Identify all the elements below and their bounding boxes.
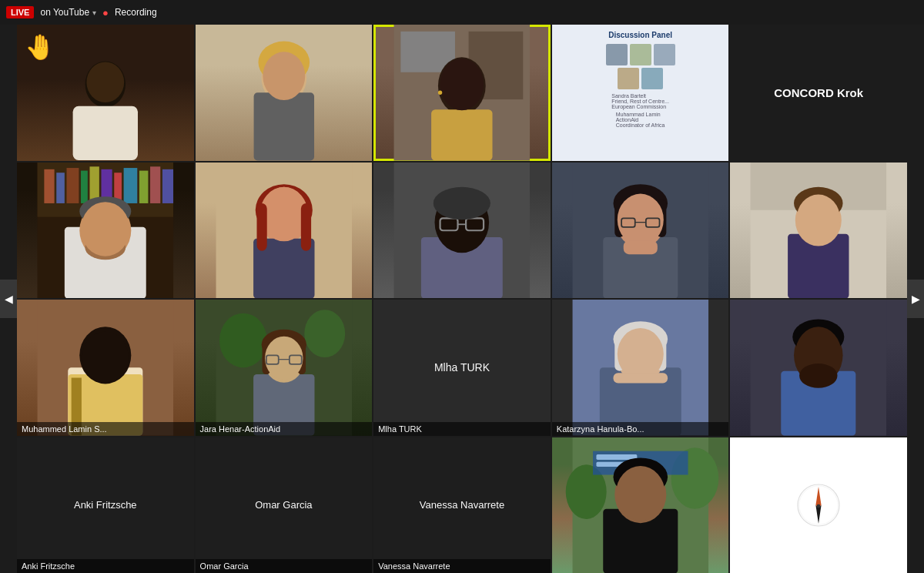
live-badge: LIVE	[6, 6, 34, 18]
svg-rect-5	[253, 92, 313, 160]
svg-point-91	[618, 328, 664, 380]
video-grid-area: ◀ ▶ 1/4 1/4 🤚	[0, 25, 924, 573]
svg-point-81	[265, 337, 303, 380]
name-label-r3c2: Jara Henar-ActionAid	[196, 422, 373, 436]
svg-point-2	[86, 62, 124, 103]
svg-point-72	[82, 331, 129, 383]
right-arrow-icon: ▶	[912, 293, 920, 305]
person-silhouette-r3c5	[730, 300, 907, 436]
svg-rect-41	[300, 203, 310, 250]
person-silhouette-r2c2	[196, 163, 373, 299]
slide-title: Discussion Panel	[608, 31, 672, 39]
svg-rect-24	[139, 170, 148, 203]
name-label-r4c1: Anki Fritzsche	[17, 559, 194, 573]
video-cell-r3c4[interactable]: Katarzyna Hanula-Bo...	[552, 300, 729, 436]
video-cell-r2c1[interactable]	[17, 163, 194, 299]
left-arrow-icon: ◀	[5, 293, 13, 305]
svg-point-39	[260, 186, 306, 241]
svg-rect-23	[124, 168, 138, 203]
svg-rect-26	[162, 169, 173, 203]
slide-faces-row2	[618, 68, 663, 89]
compass-logo-icon	[795, 482, 842, 528]
video-cell-r3c5[interactable]	[730, 300, 907, 436]
video-cell-r1c4[interactable]: Discussion Panel Sandra BarteltFriend, R…	[552, 25, 729, 161]
next-page-button[interactable]: ▶	[907, 280, 924, 318]
svg-point-98	[799, 364, 837, 388]
svg-rect-19	[81, 170, 88, 203]
svg-point-12	[440, 59, 484, 110]
svg-point-108	[616, 466, 665, 521]
svg-rect-11	[431, 109, 492, 160]
person-silhouette-r2c5	[730, 163, 907, 299]
svg-point-34	[81, 202, 130, 256]
platform-label: on YouTube ▾	[40, 7, 96, 18]
video-cell-r2c5[interactable]	[730, 163, 907, 299]
person-silhouette-r4c4	[552, 437, 729, 574]
video-cell-r1c5[interactable]: CONCORD Krok	[730, 25, 907, 161]
svg-point-113	[817, 504, 821, 508]
person-silhouette-r3c1	[17, 300, 194, 436]
name-label-r3c3: Mlha TURK	[373, 422, 551, 436]
svg-rect-92	[613, 373, 668, 383]
name-label-r3c4: Katarzyna Hanula-Bo...	[552, 422, 729, 436]
name-label-r4c3: Vanessa Navarrete	[373, 559, 551, 573]
svg-rect-16	[44, 169, 54, 203]
participants-grid: 🤚	[17, 25, 907, 573]
person-silhouette-r1c2	[196, 25, 373, 161]
concord-label: CONCORD Krok	[774, 86, 863, 99]
person-silhouette-r1c3	[373, 25, 551, 161]
video-cell-r1c3[interactable]	[373, 25, 551, 161]
svg-point-13	[438, 91, 442, 95]
video-cell-r4c1[interactable]: Anki Fritzsche Anki Fritzsche	[17, 437, 194, 574]
video-cell-r4c3[interactable]: Vanessa Navarrete Vanessa Navarrete	[373, 437, 551, 574]
svg-rect-18	[66, 168, 79, 203]
svg-point-49	[434, 186, 490, 219]
person-silhouette-r2c4	[552, 163, 729, 299]
prev-page-button[interactable]: ◀	[0, 280, 17, 318]
video-cell-r3c1[interactable]: Muhammed Lamin S...	[17, 300, 194, 436]
slide-faces-row1	[606, 44, 675, 65]
person-silhouette-r3c4	[552, 300, 729, 436]
video-cell-r4c5[interactable]	[730, 437, 907, 574]
name-label-r4c2: Omar Garcia	[196, 559, 373, 573]
omar-label: Omar Garcia	[255, 499, 312, 511]
video-cell-r2c4[interactable]	[552, 163, 729, 299]
video-cell-r4c4[interactable]	[552, 437, 729, 574]
person-silhouette-r2c1	[17, 163, 194, 299]
slide-text: Sandra BarteltFriend, Rest of Centre...E…	[611, 93, 669, 109]
video-cell-r1c1[interactable]: 🤚	[17, 25, 194, 161]
youtube-text: on YouTube	[40, 7, 89, 18]
svg-rect-25	[150, 166, 160, 203]
dropdown-arrow-icon[interactable]: ▾	[92, 8, 96, 17]
svg-point-6	[263, 52, 305, 100]
miha-turk-label: Mlha TURK	[434, 361, 490, 374]
svg-rect-1	[73, 106, 138, 160]
video-cell-r2c3[interactable]	[373, 163, 551, 299]
discussion-panel-slide: Discussion Panel Sandra BarteltFriend, R…	[552, 25, 729, 161]
vanessa-label: Vanessa Navarrete	[420, 499, 504, 511]
anki-label: Anki Fritzsche	[74, 499, 137, 511]
recording-label: Recording	[115, 7, 157, 18]
video-cell-r1c2[interactable]	[196, 25, 373, 161]
slide-text2: Muhammad LaminActionAidCoordinator of Af…	[616, 112, 665, 128]
svg-rect-17	[56, 173, 65, 203]
person-silhouette	[17, 45, 194, 160]
svg-point-66	[797, 194, 840, 243]
name-label-r3c1: Muhammed Lamin S...	[17, 422, 194, 436]
svg-point-75	[304, 310, 345, 357]
video-cell-r3c2[interactable]: Jara Henar-ActionAid	[196, 300, 373, 436]
person-silhouette-r3c2	[196, 300, 373, 436]
person-silhouette-r2c3	[373, 163, 551, 299]
svg-rect-40	[256, 203, 266, 250]
video-cell-r4c2[interactable]: Omar Garcia Omar Garcia	[196, 437, 373, 574]
top-bar: LIVE on YouTube ▾ ● Recording	[0, 0, 924, 25]
svg-rect-60	[624, 240, 658, 254]
video-cell-r3c3[interactable]: Mlha TURK Mlha TURK	[373, 300, 551, 436]
svg-point-74	[219, 313, 267, 368]
recording-dot-icon: ●	[102, 7, 109, 18]
svg-point-56	[618, 193, 664, 245]
video-cell-r2c2[interactable]	[196, 163, 373, 299]
